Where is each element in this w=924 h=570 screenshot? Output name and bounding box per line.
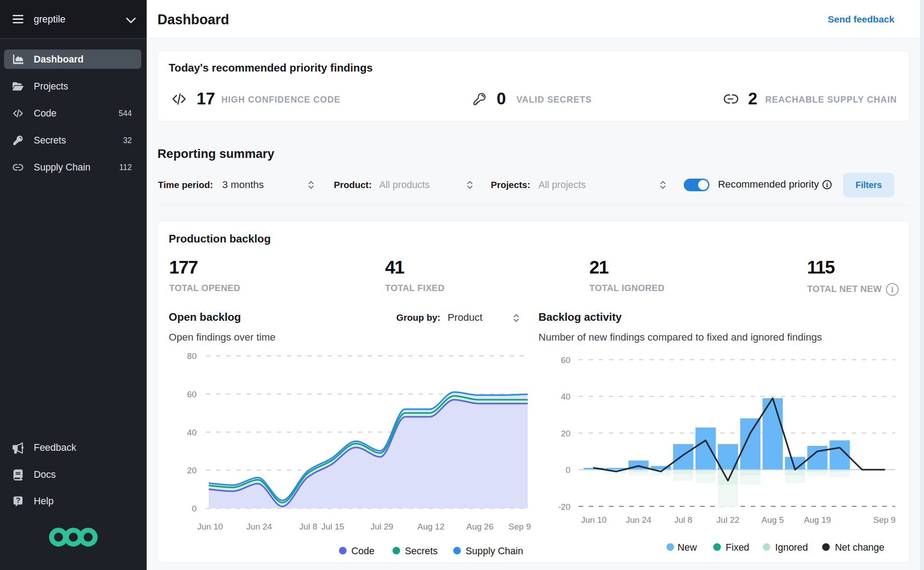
svg-text:Aug 5: Aug 5 xyxy=(762,515,784,525)
svg-text:Jul 8: Jul 8 xyxy=(674,515,692,525)
svg-text:Fixed: Fixed xyxy=(726,542,749,553)
svg-text:?: ? xyxy=(16,496,20,504)
svg-text:Jul 15: Jul 15 xyxy=(321,522,344,531)
svg-text:Jun 10: Jun 10 xyxy=(581,515,606,525)
svg-text:-20: -20 xyxy=(558,502,570,512)
svg-text:Jun 10: Jun 10 xyxy=(197,522,223,531)
svg-text:Aug 19: Aug 19 xyxy=(804,515,831,525)
svg-text:Sep 9: Sep 9 xyxy=(508,522,531,531)
svg-text:Sep 9: Sep 9 xyxy=(873,515,896,525)
svg-text:40: 40 xyxy=(187,428,197,437)
svg-text:0: 0 xyxy=(192,504,197,513)
svg-text:Jul 8: Jul 8 xyxy=(299,522,317,531)
svg-text:Jun 24: Jun 24 xyxy=(247,522,272,531)
svg-text:Net change: Net change xyxy=(835,542,884,553)
svg-text:Aug 26: Aug 26 xyxy=(466,522,493,531)
svg-text:Aug 12: Aug 12 xyxy=(417,522,444,531)
svg-text:Supply Chain: Supply Chain xyxy=(466,546,523,557)
svg-text:40: 40 xyxy=(561,392,570,401)
svg-text:0: 0 xyxy=(565,465,570,475)
svg-text:Secrets: Secrets xyxy=(405,546,438,557)
svg-text:60: 60 xyxy=(561,355,570,365)
svg-text:Code: Code xyxy=(351,546,374,557)
svg-text:i: i xyxy=(826,181,828,189)
svg-text:i: i xyxy=(891,285,894,294)
svg-text:Jul 29: Jul 29 xyxy=(370,522,393,531)
svg-text:80: 80 xyxy=(187,351,197,361)
svg-text:New: New xyxy=(677,542,697,553)
svg-text:20: 20 xyxy=(561,429,570,438)
svg-text:Jul 22: Jul 22 xyxy=(717,515,740,525)
svg-text:20: 20 xyxy=(187,466,197,475)
svg-text:60: 60 xyxy=(187,390,197,399)
svg-text:Ignored: Ignored xyxy=(775,542,808,553)
svg-text:Jun 24: Jun 24 xyxy=(626,515,651,525)
